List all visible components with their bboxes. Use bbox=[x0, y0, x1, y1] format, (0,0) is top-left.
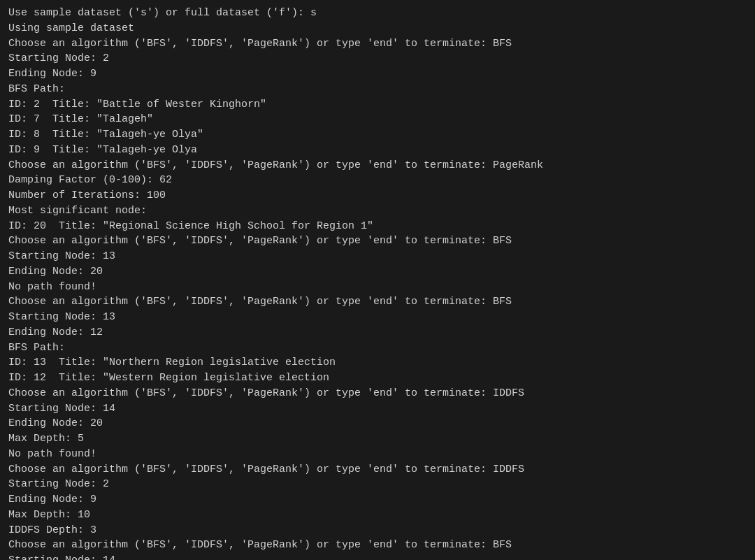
terminal-line: Starting Node: 13 bbox=[8, 310, 747, 325]
terminal-line: Damping Factor (0-100): 62 bbox=[8, 173, 747, 188]
terminal-line: BFS Path: bbox=[8, 82, 747, 97]
terminal-line: IDDFS Depth: 3 bbox=[8, 523, 747, 538]
terminal-line: Starting Node: 2 bbox=[8, 51, 747, 66]
terminal-line: Ending Node: 20 bbox=[8, 416, 747, 431]
terminal-line: Choose an algorithm ('BFS', 'IDDFS', 'Pa… bbox=[8, 386, 747, 401]
terminal-line: Use sample dataset ('s') or full dataset… bbox=[8, 6, 747, 21]
terminal-line: Most significant node: bbox=[8, 203, 747, 219]
terminal-line: Choose an algorithm ('BFS', 'IDDFS', 'Pa… bbox=[8, 294, 747, 310]
terminal-line: Max Depth: 10 bbox=[8, 508, 747, 523]
terminal-line: Ending Node: 12 bbox=[8, 325, 747, 340]
terminal-line: Max Depth: 5 bbox=[8, 431, 747, 447]
terminal-line: ID: 9 Title: "Talageh-ye Olya bbox=[8, 143, 747, 158]
terminal-line: Starting Node: 14 bbox=[8, 553, 747, 560]
terminal-line: BFS Path: bbox=[8, 340, 747, 356]
terminal-line: ID: 8 Title: "Talageh-ye Olya" bbox=[8, 127, 747, 143]
terminal-line: Ending Node: 9 bbox=[8, 66, 747, 82]
terminal-line: ID: 20 Title: "Regional Science High Sch… bbox=[8, 219, 747, 234]
terminal-line: Starting Node: 13 bbox=[8, 249, 747, 264]
terminal-line: Choose an algorithm ('BFS', 'IDDFS', 'Pa… bbox=[8, 36, 747, 52]
terminal-line: Number of Iterations: 100 bbox=[8, 188, 747, 203]
terminal-line: No path found! bbox=[8, 447, 747, 462]
terminal-output: Use sample dataset ('s') or full dataset… bbox=[8, 6, 747, 560]
terminal-line: Choose an algorithm ('BFS', 'IDDFS', 'Pa… bbox=[8, 538, 747, 553]
terminal-line: Choose an algorithm ('BFS', 'IDDFS', 'Pa… bbox=[8, 158, 747, 173]
terminal-line: ID: 7 Title: "Talageh" bbox=[8, 112, 747, 127]
terminal-line: Starting Node: 2 bbox=[8, 477, 747, 492]
terminal-line: Starting Node: 14 bbox=[8, 401, 747, 417]
terminal-line: ID: 2 Title: "Battle of Wester Kinghorn" bbox=[8, 97, 747, 113]
terminal-line: Choose an algorithm ('BFS', 'IDDFS', 'Pa… bbox=[8, 462, 747, 478]
terminal-line: Using sample dataset bbox=[8, 21, 747, 36]
terminal-line: ID: 13 Title: "Northern Region legislati… bbox=[8, 355, 747, 371]
terminal-line: Ending Node: 9 bbox=[8, 492, 747, 508]
terminal-line: Choose an algorithm ('BFS', 'IDDFS', 'Pa… bbox=[8, 234, 747, 249]
terminal-line: Ending Node: 20 bbox=[8, 264, 747, 280]
terminal-line: No path found! bbox=[8, 280, 747, 295]
terminal-line: ID: 12 Title: "Western Region legislativ… bbox=[8, 371, 747, 386]
